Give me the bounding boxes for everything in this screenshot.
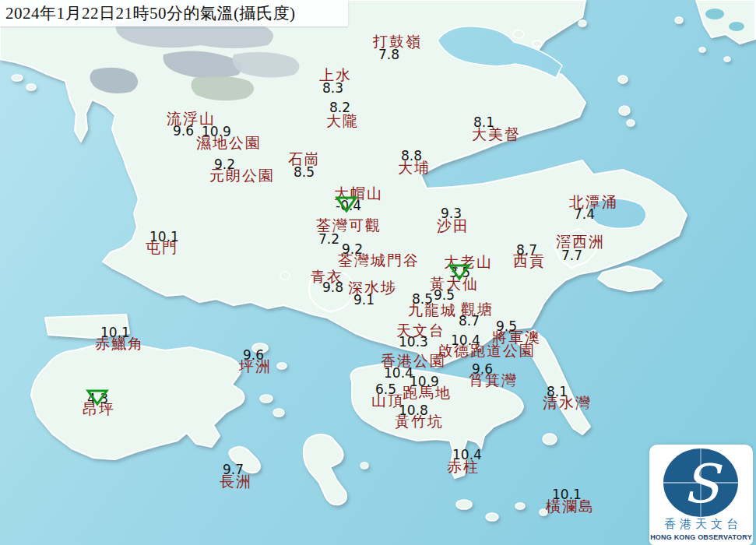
station-temperature-value: 10.1 bbox=[149, 230, 179, 244]
station-temperature-value: 10.3 bbox=[399, 336, 428, 349]
falling-temperature-icon bbox=[86, 389, 109, 406]
station-temperature-value: 8.1 bbox=[547, 385, 568, 399]
station-temperature-value: 9.6 bbox=[472, 363, 493, 376]
station-temperature-value: 10.1 bbox=[552, 488, 582, 501]
station-temperature-value: 8.8 bbox=[401, 149, 422, 163]
map-title: 2024年1月22日21時50分的氣溫(攝氏度) bbox=[0, 2, 296, 24]
station-temperature-value: 9.3 bbox=[441, 207, 462, 220]
station-temperature-value: 10.1 bbox=[100, 326, 130, 339]
station-temperature-value: 8.7 bbox=[516, 244, 537, 257]
station-temperature-value: 10.4 bbox=[452, 448, 482, 462]
hko-logo-english: HONG KONG OBSERVATORY bbox=[650, 533, 752, 541]
station-temperature-value: 7.4 bbox=[574, 208, 595, 221]
station-temperature-value: 10.4 bbox=[451, 334, 480, 347]
station-temperature-value: 9.5 bbox=[496, 320, 517, 333]
station-temperature-value: 6.5 bbox=[375, 383, 396, 396]
station-temperature-value: 8.2 bbox=[329, 101, 350, 114]
station-temperature-value: 10.9 bbox=[410, 375, 439, 389]
station-name-label: 大隴 bbox=[326, 114, 359, 128]
station-temperature-value: 8.7 bbox=[459, 315, 480, 328]
station-temperature-value: 8.1 bbox=[473, 116, 494, 129]
station-temperature-value: 7.2 bbox=[318, 233, 339, 246]
station-temperature-value: 8.5 bbox=[294, 166, 315, 179]
station-temperature-value: 10.8 bbox=[399, 404, 428, 417]
temperature-map: { "title": "2024年1月22日21時50分的氣溫(攝氏度)", "… bbox=[0, 0, 756, 545]
station-temperature-value: 9.2 bbox=[342, 243, 363, 256]
station-temperature-value: 10.9 bbox=[202, 125, 231, 139]
station-temperature-value: 9.2 bbox=[214, 158, 235, 171]
falling-temperature-icon bbox=[335, 195, 358, 213]
stations-layer: 打鼓嶺7.8上水8.3大隴8.2大美督8.1流浮山9.6濕地公園10.9元朗公園… bbox=[0, 0, 756, 545]
station-temperature-value: 8.3 bbox=[322, 82, 343, 95]
hko-logo-emblem: S bbox=[649, 445, 753, 519]
hko-logo: S 香港天文台 HONG KONG OBSERVATORY bbox=[649, 445, 753, 545]
title-bar: 2024年1月22日21時50分的氣溫(攝氏度) bbox=[0, 0, 348, 26]
station-temperature-value: 9.6 bbox=[173, 125, 194, 138]
station-temperature-value: 9.5 bbox=[434, 289, 455, 302]
station-temperature-value: 7.7 bbox=[561, 249, 582, 262]
station-temperature-value: 7.8 bbox=[378, 48, 399, 62]
station-temperature-value: 9.6 bbox=[243, 349, 264, 362]
logo-s-swirl-icon: S bbox=[683, 453, 723, 515]
hko-logo-chinese: 香港天文台 bbox=[660, 517, 742, 532]
station-temperature-value: 8.5 bbox=[412, 293, 433, 306]
station-temperature-value: 9.8 bbox=[322, 281, 343, 294]
station-temperature-value: 9.1 bbox=[353, 294, 374, 307]
station-temperature-value: 9.7 bbox=[223, 463, 244, 476]
